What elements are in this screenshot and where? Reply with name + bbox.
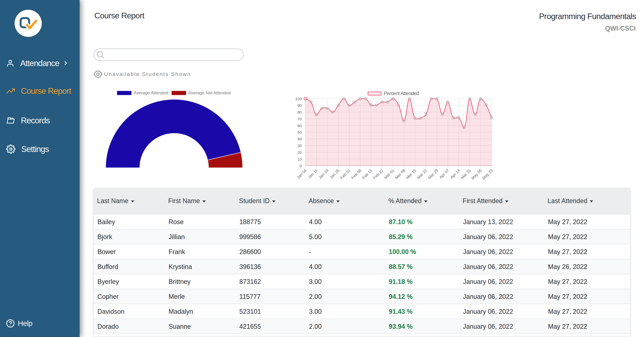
svg-text:Mar 01: Mar 01 (383, 168, 395, 180)
svg-text:100: 100 (295, 97, 302, 101)
svg-text:Jan 04: Jan 04 (296, 168, 308, 180)
svg-text:60: 60 (298, 123, 302, 128)
svg-text:80: 80 (298, 110, 302, 114)
svg-text:40: 40 (298, 137, 302, 141)
svg-text:Mar 29: Mar 29 (427, 168, 439, 180)
svg-text:20: 20 (298, 150, 302, 155)
svg-text:Mar 08: Mar 08 (394, 168, 406, 180)
svg-text:Mar 31: Mar 31 (460, 168, 472, 180)
svg-text:Jan 18: Jan 18 (318, 168, 330, 180)
svg-text:Feb 22: Feb 22 (372, 168, 384, 180)
svg-text:Mar 22: Mar 22 (416, 168, 428, 180)
svg-text:Mar 15: Mar 15 (405, 168, 417, 180)
svg-text:May 05: May 05 (470, 168, 483, 181)
svg-text:0: 0 (300, 164, 302, 168)
svg-text:Feb 08: Feb 08 (350, 168, 362, 180)
svg-text:70: 70 (298, 117, 302, 121)
svg-text:May 23: May 23 (482, 168, 494, 181)
svg-text:Apr 07: Apr 07 (438, 168, 450, 180)
svg-text:30: 30 (298, 143, 302, 148)
svg-text:Jan 11: Jan 11 (307, 168, 318, 179)
svg-text:10: 10 (298, 157, 302, 161)
svg-text:Apr 14: Apr 14 (450, 168, 461, 180)
svg-text:Feb 01: Feb 01 (340, 168, 351, 180)
svg-text:Feb 15: Feb 15 (361, 168, 373, 180)
svg-text:Jan 25: Jan 25 (329, 168, 340, 180)
svg-text:90: 90 (298, 103, 302, 108)
svg-text:50: 50 (298, 130, 302, 135)
